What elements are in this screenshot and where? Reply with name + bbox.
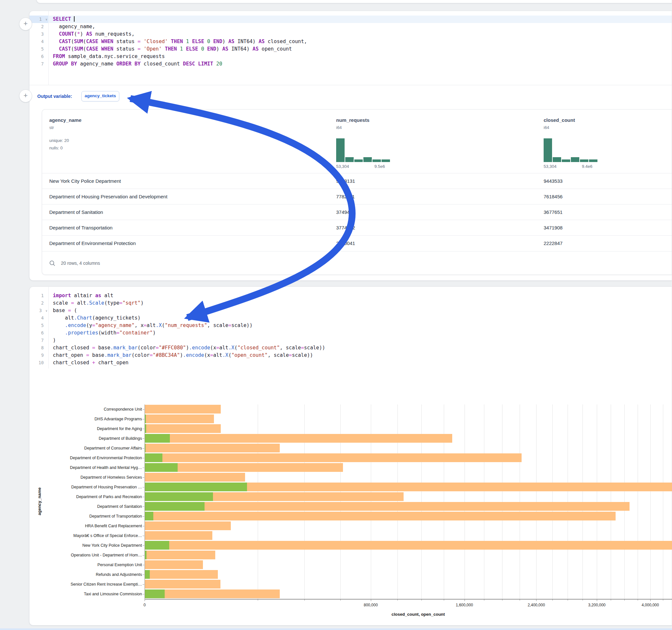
y-axis-label: Department of Consumer Affairs <box>32 443 142 453</box>
bar-closed-count <box>145 502 629 511</box>
gridline <box>371 405 371 599</box>
y-axis-label: Mayorâ€ s Office of Special Enforce… <box>32 531 142 540</box>
collapse-caret-icon[interactable]: ∨ <box>46 16 47 23</box>
y-axis-label: Operations Unit - Department of Hom… <box>32 550 142 560</box>
bar-closed-count <box>145 560 203 569</box>
code-line[interactable]: CAST(SUM(CASE WHEN status = 'Open' THEN … <box>53 45 672 53</box>
collapse-caret-icon[interactable]: ∨ <box>46 307 47 315</box>
histogram-bar <box>571 157 579 162</box>
table-cell: 7782211 <box>336 189 355 204</box>
bar-open-count <box>145 589 165 598</box>
table-cell: 9453131 <box>336 173 355 189</box>
search-icon[interactable] <box>49 260 55 266</box>
y-axis-label: Department of Transportation <box>32 511 142 521</box>
code-line[interactable]: SELECT <box>53 16 672 23</box>
plus-icon: + <box>24 91 28 99</box>
column-header[interactable]: agency_name <box>49 117 81 123</box>
table-cell: 3749485 <box>336 204 355 220</box>
histogram-max-label: 9.4e6 <box>582 164 593 169</box>
y-axis-label: Department of Buildings <box>32 434 142 443</box>
y-axis-label: Department of Parks and Recreation <box>32 492 142 502</box>
y-axis-tick <box>143 438 144 439</box>
code-line[interactable]: GROUP BY agency_name ORDER BY closed_cou… <box>53 60 672 68</box>
code-line[interactable]: agency_name, <box>53 23 672 30</box>
code-line[interactable]: FROM sample_data.nyc.service_requests <box>53 53 672 60</box>
y-axis-tick <box>143 516 144 516</box>
add-block-button[interactable]: + <box>19 90 32 102</box>
bar-open-count <box>145 453 162 462</box>
line-number: 10 <box>29 359 48 366</box>
y-axis-label: Refunds and Adjustments <box>32 570 142 579</box>
histogram-bar <box>544 138 552 162</box>
table-cell: New York City Police Department <box>49 173 121 189</box>
y-axis-tick <box>143 477 144 478</box>
gridline <box>340 405 341 599</box>
table-row[interactable]: Department of Housing Preservation and D… <box>42 189 672 204</box>
code-line[interactable]: alt.Chart(agency_tickets) <box>53 314 672 322</box>
x-axis-tick-label: 1,600,000 <box>456 603 473 607</box>
bar-open-count <box>145 502 205 511</box>
code-line[interactable]: chart_closed + chart_open <box>53 359 672 366</box>
code-line[interactable]: chart_open = base.mark_bar(color="#8BC34… <box>53 352 672 359</box>
y-axis-label: DHS Advantage Programs <box>32 414 142 424</box>
y-axis-tick <box>143 594 144 595</box>
code-line[interactable]: chart_closed = base.mark_bar(color="#FFC… <box>53 344 672 352</box>
table-cell: 2240041 <box>336 236 355 251</box>
bottom-selection-strip <box>0 628 672 630</box>
line-number: 2 <box>29 23 48 30</box>
python-editor[interactable]: 1import altair as alt2scale = alt.Scale(… <box>29 287 672 368</box>
column-histogram <box>544 136 597 162</box>
bar-closed-count <box>145 522 231 530</box>
code-line[interactable]: .encode(y="agency_name", x=alt.X("num_re… <box>53 322 672 329</box>
x-axis-tick <box>145 599 145 601</box>
add-block-button[interactable]: + <box>19 18 32 30</box>
y-axis-tick <box>143 565 144 565</box>
output-variable-input[interactable]: agency_tickets <box>81 91 119 101</box>
code-line[interactable]: CAST(SUM(CASE WHEN status = 'Closed' THE… <box>53 38 672 45</box>
gridline <box>624 405 625 599</box>
gridline <box>552 405 553 599</box>
x-axis-tick <box>536 599 536 601</box>
column-stat: unique: 20 <box>49 138 69 143</box>
y-axis-label: Department of Environmental Protection <box>32 453 142 463</box>
x-axis-tick-label: 4,000,000 <box>642 603 659 607</box>
table-cell: 3471908 <box>544 220 562 236</box>
table-cell: Department of Sanitation <box>49 204 103 220</box>
table-cell: Department of Transportation <box>49 220 113 236</box>
line-number: 4 <box>29 38 48 45</box>
table-row[interactable]: Department of Environmental Protection22… <box>42 235 672 251</box>
code-line[interactable]: ) <box>53 337 672 344</box>
column-header[interactable]: closed_count <box>544 117 575 123</box>
code-line[interactable]: base = ( <box>53 307 672 314</box>
y-axis-tick <box>143 429 144 429</box>
line-number: 3 <box>29 30 48 38</box>
gridline <box>663 405 663 599</box>
sql-editor[interactable]: 1∨SELECT 2 agency_name,3 COUNT(*) AS num… <box>29 11 672 85</box>
table-row[interactable]: Department of Sanitation37494853677651 <box>42 204 672 220</box>
gridline <box>444 405 444 599</box>
line-number: 1 <box>29 292 48 299</box>
table-cell: Department of Environmental Protection <box>49 236 136 251</box>
bar-closed-count <box>145 541 672 550</box>
histogram-bar <box>580 160 589 162</box>
code-line[interactable]: scale = alt.Scale(type="sqrt") <box>53 299 672 307</box>
x-axis-tick <box>464 599 465 601</box>
gridline <box>258 405 258 599</box>
gridline <box>520 405 520 599</box>
column-header[interactable]: num_requests <box>336 117 369 123</box>
row-count-label: 20 rows, 4 columns <box>61 261 100 266</box>
table-cell: 2222847 <box>544 236 562 251</box>
table-row[interactable]: New York City Police Department945313194… <box>42 173 672 189</box>
bar-closed-count <box>145 551 215 559</box>
y-axis-tick <box>143 448 144 449</box>
y-axis-tick <box>143 546 144 546</box>
code-line[interactable]: .properties(width="container") <box>53 329 672 337</box>
column-type: i64 <box>336 125 342 130</box>
table-row[interactable]: Department of Transportation377489234719… <box>42 220 672 236</box>
code-line[interactable]: COUNT(*) AS num_requests, <box>53 30 672 38</box>
code-line[interactable]: import altair as alt <box>53 292 672 299</box>
gridline <box>464 405 465 599</box>
y-axis-label: New York City Police Department <box>32 540 142 550</box>
altair-chart: Correspondence UnitDHS Advantage Program… <box>32 402 672 622</box>
y-axis-tick <box>143 536 144 536</box>
